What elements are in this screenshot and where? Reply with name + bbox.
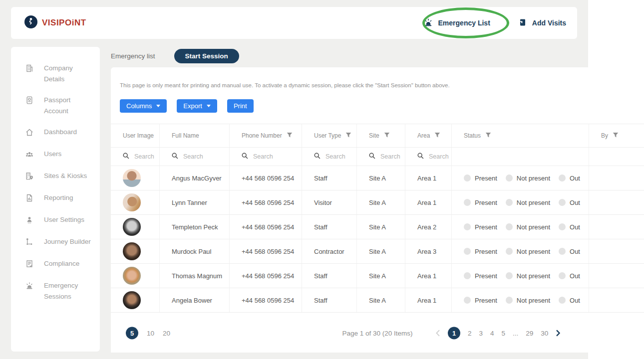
area-cell: Area 1	[405, 288, 452, 312]
page-navigator: 1 2 3 4 5 ... 29 30	[435, 327, 561, 340]
filter-icon[interactable]	[384, 132, 390, 140]
radio-present[interactable]	[464, 199, 471, 206]
sidebar-item-users[interactable]: Users	[11, 144, 100, 166]
radio-not-present[interactable]	[506, 175, 513, 181]
table-row: Lynn Tanner +44 568 0596 254 Visitor Sit…	[111, 190, 644, 215]
radio-out[interactable]	[559, 175, 566, 181]
filter-icon[interactable]	[434, 132, 440, 140]
caret-down-icon	[207, 105, 211, 107]
table-row: Murdock Paul +44 568 0596 254 Contractor…	[111, 239, 644, 264]
user-image-cell	[111, 215, 160, 239]
chevron-left-icon[interactable]	[435, 330, 440, 337]
by-cell	[589, 239, 644, 263]
brand-logo[interactable]: VISIPOiNT	[24, 15, 86, 31]
phone-cell: +44 568 0596 254	[230, 288, 302, 312]
page-number-active[interactable]: 1	[448, 327, 460, 340]
radio-not-present[interactable]	[506, 248, 513, 255]
sidebar-label: Sites & Kiosks	[44, 171, 87, 181]
sidebar-item-passport-account[interactable]: Passport Account	[11, 90, 100, 122]
print-button[interactable]: Print	[227, 99, 254, 113]
page-number[interactable]: 5	[502, 330, 506, 337]
by-cell	[589, 166, 644, 190]
filter-icon[interactable]	[287, 132, 293, 140]
radio-present[interactable]	[464, 175, 471, 181]
brand-logo-icon	[24, 15, 38, 31]
user-image-cell	[111, 190, 160, 214]
export-button[interactable]: Export	[177, 99, 217, 113]
page-size-selector: 5 10 20	[126, 327, 170, 340]
siren-icon	[25, 281, 34, 292]
radio-present[interactable]	[464, 248, 471, 255]
search-cell-area	[405, 148, 452, 166]
column-header-phone-number: Phone Number	[230, 124, 302, 147]
column-header-status: Status	[452, 124, 589, 147]
radio-present[interactable]	[464, 297, 471, 304]
page-size-10[interactable]: 10	[147, 330, 154, 337]
columns-button[interactable]: Columns	[120, 99, 167, 113]
sidebar-item-dashboard[interactable]: Dashboard	[11, 122, 100, 144]
page-number[interactable]: 4	[490, 330, 494, 337]
filter-icon[interactable]	[345, 132, 351, 140]
site-cell: Site A	[357, 264, 405, 288]
search-icon	[369, 152, 375, 161]
status-cell: Present Not present Out	[452, 239, 589, 263]
radio-out[interactable]	[559, 223, 566, 230]
sidebar-label: User Settings	[44, 214, 84, 225]
filter-icon[interactable]	[613, 132, 619, 140]
table-search-row	[111, 148, 644, 166]
add-visits-button[interactable]: Add Visits	[518, 18, 566, 28]
radio-out[interactable]	[559, 297, 566, 304]
emergency-table: User Image Full Name Phone Number User T…	[111, 124, 644, 313]
page-size-20[interactable]: 20	[163, 330, 170, 337]
page-number[interactable]: 30	[541, 330, 548, 337]
site-cell: Site A	[357, 288, 405, 312]
sidebar-item-compliance[interactable]: Compliance	[11, 253, 100, 275]
sidebar-label: Passport Account	[44, 95, 95, 117]
radio-not-present[interactable]	[506, 199, 513, 206]
search-cell-phone-number	[230, 148, 302, 166]
sidebar-item-user-settings[interactable]: User Settings	[11, 209, 100, 231]
start-session-button[interactable]: Start Session	[174, 49, 239, 63]
search-input-site[interactable]	[380, 153, 402, 160]
sidebar-label: Journey Builder	[44, 236, 91, 247]
search-input-phone-number[interactable]	[253, 153, 289, 160]
search-input-area[interactable]	[429, 153, 449, 160]
page-size-5[interactable]: 5	[126, 327, 138, 340]
page-number[interactable]: 2	[468, 330, 472, 337]
full-name-cell: Templeton Peck	[160, 215, 230, 239]
radio-present[interactable]	[464, 223, 471, 230]
filter-icon[interactable]	[485, 132, 491, 140]
avatar	[123, 169, 141, 187]
door-icon	[518, 18, 527, 28]
report-file-icon	[25, 193, 34, 204]
chevron-right-icon[interactable]	[556, 330, 561, 337]
radio-out[interactable]	[559, 248, 566, 255]
radio-not-present[interactable]	[506, 297, 513, 304]
emergency-list-button[interactable]: Emergency List	[423, 17, 490, 29]
page-number[interactable]: 29	[526, 330, 533, 337]
search-input-full-name[interactable]	[183, 153, 218, 160]
user-image-cell	[111, 288, 160, 312]
radio-not-present[interactable]	[506, 272, 513, 279]
brand-name: VISIPOiNT	[42, 18, 86, 28]
page-number[interactable]: 3	[479, 330, 483, 337]
radio-out[interactable]	[559, 272, 566, 279]
sidebar-item-emergency-sessions[interactable]: Emergency Sessions	[11, 275, 100, 307]
area-cell: Area 1	[405, 166, 452, 190]
radio-present[interactable]	[464, 272, 471, 279]
area-cell: Area 3	[405, 239, 452, 263]
notice-text: This page is only meant for printing and…	[111, 67, 644, 88]
search-input-user-type[interactable]	[325, 153, 351, 160]
column-header-site: Site	[357, 124, 405, 147]
radio-not-present[interactable]	[506, 223, 513, 230]
sidebar-item-company-details[interactable]: Company Details	[11, 58, 100, 90]
radio-out[interactable]	[559, 199, 566, 206]
sidebar-item-journey-builder[interactable]: Journey Builder	[11, 231, 100, 253]
sidebar-item-reporting[interactable]: Reporting	[11, 187, 100, 209]
user-image-cell	[111, 166, 160, 190]
search-input-user-image[interactable]	[134, 153, 156, 160]
status-cell: Present Not present Out	[452, 288, 589, 312]
sidebar-item-sites-kiosks[interactable]: Sites & Kiosks	[11, 166, 100, 187]
search-icon	[172, 152, 178, 161]
status-cell: Present Not present Out	[452, 264, 589, 288]
